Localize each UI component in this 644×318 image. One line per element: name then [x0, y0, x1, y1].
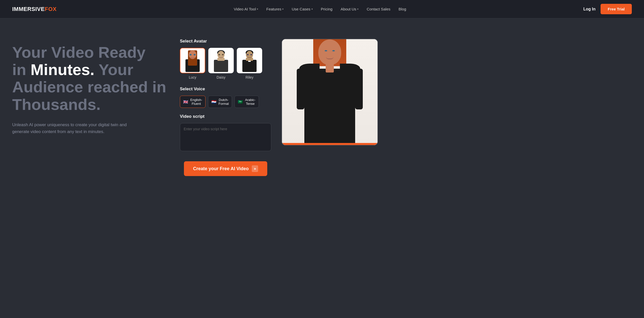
arm-right: [355, 69, 363, 109]
chevron-down-icon: ▾: [357, 8, 358, 10]
voice-arabic-label: Arabic-Tense: [245, 98, 255, 106]
free-trial-button[interactable]: Free Trial: [601, 4, 632, 14]
avatar-preview: [281, 34, 378, 146]
svg-point-13: [222, 54, 224, 55]
nav-features[interactable]: Features ▾: [266, 7, 284, 11]
avatar-row: Lucy Daisy: [180, 48, 271, 79]
shoulder-left: [299, 64, 320, 74]
eye-left-icon: [325, 50, 327, 51]
voice-row: 🇬🇧 English-Fluent 🇳🇱 Dutch-Formal 🇸🇦 Ara…: [180, 96, 271, 108]
select-avatar-label: Select Avatar: [180, 39, 271, 44]
headline-bold: Minutes.: [30, 61, 94, 78]
avatar-lucy[interactable]: Lucy: [180, 48, 205, 79]
shoulder-right: [340, 64, 360, 74]
avatar-riley-name: Riley: [245, 75, 253, 79]
avatar-daisy-name: Daisy: [216, 75, 225, 79]
bottom-accent-strip: [282, 143, 378, 145]
brand-logo[interactable]: IMMERSIVEFOX: [12, 6, 57, 12]
nav-about-us[interactable]: About Us ▾: [341, 7, 359, 11]
hero-section: Your Video Ready in Minutes. Your Audien…: [0, 18, 644, 318]
nav-actions: Log In Free Trial: [583, 4, 632, 14]
headline-line1: Your Video Ready: [12, 44, 146, 61]
avatar-daisy-img: [208, 48, 234, 73]
voice-english[interactable]: 🇬🇧 English-Fluent: [180, 96, 206, 108]
brand-name-part1: IMMERSIVE: [12, 6, 45, 12]
uk-flag-icon: 🇬🇧: [183, 99, 188, 104]
voice-dutch[interactable]: 🇳🇱 Dutch-Formal: [208, 96, 232, 108]
video-script-label: Video script: [180, 114, 271, 119]
voice-arabic[interactable]: 🇸🇦 Arabic-Tense: [234, 96, 259, 108]
woman-body: [304, 69, 355, 145]
nav-pricing[interactable]: Pricing: [321, 7, 333, 11]
svg-point-20: [247, 54, 249, 55]
woman-head: [318, 39, 341, 65]
svg-point-21: [250, 54, 252, 55]
script-input[interactable]: [180, 123, 271, 151]
nav-links: Video AI Tool ▾ Features ▾ Use Cases ▾ P…: [234, 7, 406, 11]
arrow-icon: »: [252, 165, 258, 172]
svg-point-6: [194, 54, 196, 55]
svg-point-12: [218, 54, 220, 55]
login-button[interactable]: Log In: [583, 7, 595, 11]
svg-rect-7: [214, 60, 228, 72]
hero-left: Your Video Ready in Minutes. Your Audien…: [12, 34, 170, 135]
smile-icon: [326, 57, 334, 59]
woman-figure: [282, 39, 378, 145]
nl-flag-icon: 🇳🇱: [211, 99, 216, 104]
nav-use-cases[interactable]: Use Cases ▾: [292, 7, 312, 11]
woman-face: [318, 39, 341, 65]
voice-dutch-label: Dutch-Formal: [218, 98, 229, 106]
headline-line4: Thousands.: [12, 96, 101, 113]
headline-line2b: Your: [95, 61, 133, 78]
nav-contact-sales[interactable]: Contact Sales: [367, 7, 390, 11]
chevron-down-icon: ▾: [257, 8, 258, 10]
headline-line3: Audience reached in: [12, 78, 166, 96]
svg-point-5: [190, 54, 192, 55]
chevron-down-icon: ▾: [282, 8, 284, 10]
headline-line2: in: [12, 61, 30, 78]
cta-label: Create your Free AI Video: [193, 166, 249, 171]
avatar-lucy-name: Lucy: [189, 75, 196, 79]
select-voice-label: Select Voice: [180, 86, 271, 92]
navigation: IMMERSIVEFOX Video AI Tool ▾ Features ▾ …: [0, 0, 644, 18]
voice-english-label: English-Fluent: [190, 98, 202, 106]
preview-box: [281, 39, 378, 146]
avatar-riley-img: [237, 48, 262, 73]
brand-name-part2: FOX: [45, 6, 57, 12]
nav-video-ai-tool[interactable]: Video AI Tool ▾: [234, 7, 258, 11]
hero-headline: Your Video Ready in Minutes. Your Audien…: [12, 44, 170, 113]
chevron-down-icon: ▾: [311, 8, 313, 10]
cta-row: Create your Free AI Video »: [180, 161, 271, 176]
avatar-riley[interactable]: Riley: [237, 48, 262, 79]
sa-flag-icon: 🇸🇦: [238, 99, 243, 104]
avatar-lucy-img: [180, 48, 205, 73]
hero-panel: Select Avatar: [180, 34, 271, 176]
avatar-daisy[interactable]: Daisy: [208, 48, 234, 79]
eye-right-icon: [332, 50, 335, 51]
create-video-button[interactable]: Create your Free AI Video »: [184, 161, 267, 176]
arm-left: [297, 69, 304, 109]
nav-blog[interactable]: Blog: [399, 7, 406, 11]
hero-subtext: Unleash AI power uniqueness to create yo…: [12, 121, 139, 135]
